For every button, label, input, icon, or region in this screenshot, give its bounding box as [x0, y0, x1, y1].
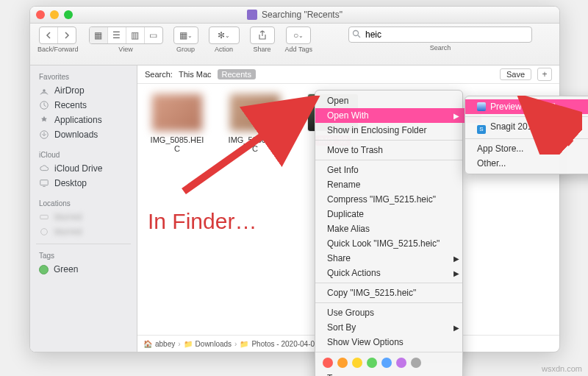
menu-compress[interactable]: Compress "IMG_5215.heic" [315, 192, 481, 207]
tag-color-option[interactable] [381, 358, 392, 368]
menu-rename[interactable]: Rename [315, 177, 481, 192]
menu-tags[interactable]: Tags... [315, 371, 481, 376]
tag-color-option[interactable] [337, 358, 348, 368]
separator [315, 160, 462, 160]
share-button[interactable] [250, 26, 275, 44]
menu-quick-actions[interactable]: Quick Actions▶ [315, 266, 481, 280]
submenu-other[interactable]: Other... [465, 156, 588, 171]
search-scope-bar: Search: This Mac Recents Save + [137, 65, 559, 84]
separator [315, 140, 462, 141]
scope-recents[interactable]: Recents [218, 69, 256, 79]
submenu-snagit[interactable]: SSnagit 2018 [465, 119, 588, 136]
window-title: Searching "Recents" [30, 10, 559, 20]
tag-color-option[interactable] [396, 358, 406, 368]
sidebar-item-icloud-drive[interactable]: iCloud Drive [30, 161, 137, 176]
separator [465, 116, 588, 117]
scope-this-mac[interactable]: This Mac [179, 70, 212, 79]
icloud-drive-label: iCloud Drive [54, 163, 102, 174]
sidebar-item-downloads[interactable]: Downloads [30, 127, 137, 142]
menu-sort-by[interactable]: Sort By▶ [315, 320, 481, 335]
file-item[interactable]: IMG_5085.HEIC [148, 94, 207, 153]
column-view-button[interactable]: ▥ [126, 27, 145, 43]
sidebar-item-location-1[interactable]: blurred [30, 210, 137, 224]
menu-alias[interactable]: Make Alias [315, 221, 481, 236]
nav-group: Back/Forward [37, 26, 79, 53]
back-forward-buttons[interactable] [39, 26, 76, 44]
tag-color-option[interactable] [352, 358, 362, 368]
sidebar-item-tag-green[interactable]: Green [30, 262, 137, 277]
search-input[interactable] [348, 26, 532, 43]
tag-color-option[interactable] [367, 358, 377, 368]
svg-rect-4 [40, 180, 49, 185]
sidebar-item-recents[interactable]: Recents [30, 98, 137, 113]
separator [315, 283, 462, 283]
svg-point-0 [353, 31, 358, 36]
view-group: ▦ ☰ ▥ ▭ View [89, 26, 163, 53]
add-criteria-button[interactable]: + [537, 68, 552, 81]
group-group: ▦⌄ Group [173, 26, 198, 53]
menu-trash[interactable]: Move to Trash [315, 143, 481, 157]
titlebar: Searching "Recents" [30, 7, 559, 24]
chevron-right-icon: › [178, 340, 180, 348]
tags-group: ○⌄ Add Tags [285, 26, 312, 53]
sidebar-item-location-2[interactable]: blurred [30, 224, 137, 239]
svg-point-1 [43, 89, 46, 92]
chevron-right-icon: ▶ [453, 255, 459, 263]
path-user[interactable]: abbey [155, 340, 175, 348]
downloads-label: Downloads [54, 130, 98, 140]
path-photos[interactable]: Photos - 2020-04-0 [251, 340, 315, 348]
menu-get-info[interactable]: Get Info [315, 163, 481, 177]
menu-open-with[interactable]: Open With▶ [315, 108, 481, 123]
view-buttons[interactable]: ▦ ☰ ▥ ▭ [89, 26, 163, 44]
chevron-right-icon: ▶ [453, 324, 459, 332]
submenu-app-store[interactable]: App Store... [465, 141, 588, 156]
tags-button[interactable]: ○⌄ [286, 26, 311, 44]
home-icon[interactable]: 🏠 [143, 340, 152, 348]
search-icon [352, 29, 361, 40]
sidebar-item-applications[interactable]: Applications [30, 113, 137, 127]
icon-view-button[interactable]: ▦ [90, 27, 108, 43]
search-label: Search [430, 44, 451, 52]
location1-label: blurred [54, 212, 82, 222]
share-label: Share [254, 46, 271, 53]
tag-color-option[interactable] [411, 358, 421, 368]
path-downloads[interactable]: Downloads [196, 340, 232, 348]
menu-copy[interactable]: Copy "IMG_5215.heic" [315, 285, 481, 300]
menu-share[interactable]: Share▶ [315, 251, 481, 266]
separator [465, 138, 588, 139]
tag-dot-green [39, 265, 49, 274]
submenu-preview[interactable]: Preview (default) [465, 99, 588, 114]
window-title-text: Searching "Recents" [262, 10, 343, 20]
recents-label: Recents [54, 100, 87, 110]
group-button[interactable]: ▦⌄ [173, 26, 198, 44]
menu-show-in-folder[interactable]: Show in Enclosing Folder [315, 123, 481, 138]
action-button[interactable]: ✻⌄ [209, 26, 240, 44]
chevron-right-icon: ▶ [453, 269, 459, 277]
folder-icon: 📁 [184, 340, 193, 348]
search-folder-icon [247, 10, 257, 20]
menu-use-groups[interactable]: Use Groups [315, 305, 481, 320]
share-group: Share [250, 26, 275, 53]
back-button[interactable] [40, 27, 58, 43]
sidebar-item-airdrop[interactable]: AirDrop [30, 83, 137, 98]
svg-rect-5 [40, 215, 49, 219]
file-item[interactable]: IMG_5086.HEIC [226, 94, 284, 153]
group-label: Group [176, 46, 195, 53]
location2-label: blurred [54, 227, 82, 237]
menu-duplicate[interactable]: Duplicate [315, 207, 481, 221]
desktop-label: Desktop [54, 178, 87, 188]
file-thumbnail [152, 94, 202, 131]
applications-label: Applications [54, 115, 102, 125]
menu-quicklook[interactable]: Quick Look "IMG_5215.heic" [315, 236, 481, 251]
preview-app-icon [477, 102, 486, 111]
file-thumbnail [230, 94, 280, 131]
list-view-button[interactable]: ☰ [108, 27, 126, 43]
file-name: IMG_5085.HEIC [148, 135, 207, 153]
gallery-view-button[interactable]: ▭ [145, 27, 162, 43]
menu-open[interactable]: Open [315, 93, 481, 108]
sidebar-item-desktop[interactable]: Desktop [30, 176, 137, 191]
tag-color-option[interactable] [323, 358, 333, 368]
save-search-button[interactable]: Save [500, 68, 531, 80]
menu-view-options[interactable]: Show View Options [315, 335, 481, 350]
forward-button[interactable] [58, 27, 76, 43]
